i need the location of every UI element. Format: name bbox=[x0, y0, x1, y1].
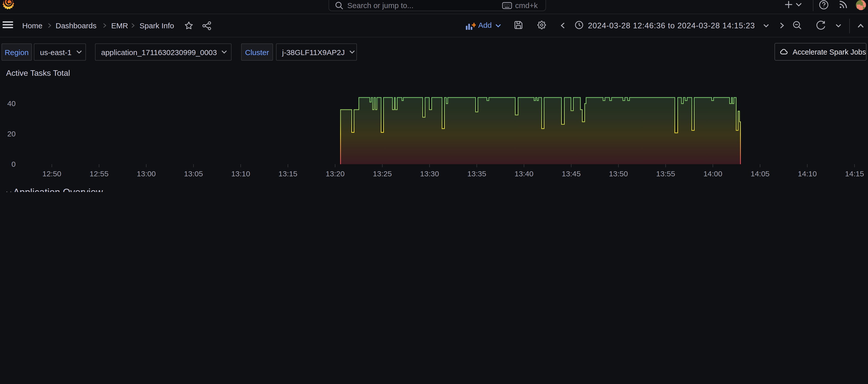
svg-text:40: 40 bbox=[7, 99, 16, 108]
svg-text:13:00: 13:00 bbox=[137, 169, 156, 178]
svg-text:14:10: 14:10 bbox=[798, 169, 817, 178]
svg-text:13:15: 13:15 bbox=[278, 169, 297, 178]
svg-text:20: 20 bbox=[7, 130, 16, 138]
svg-text:12:55: 12:55 bbox=[90, 169, 108, 178]
svg-text:14:15: 14:15 bbox=[845, 169, 864, 178]
svg-text:13:45: 13:45 bbox=[562, 169, 581, 178]
svg-text:13:35: 13:35 bbox=[467, 169, 486, 178]
svg-text:13:40: 13:40 bbox=[515, 169, 533, 178]
svg-text:13:30: 13:30 bbox=[420, 169, 439, 178]
svg-text:12:50: 12:50 bbox=[42, 169, 61, 178]
svg-text:13:25: 13:25 bbox=[373, 169, 392, 178]
svg-text:13:05: 13:05 bbox=[184, 169, 203, 178]
svg-text:14:00: 14:00 bbox=[704, 169, 722, 178]
svg-text:13:10: 13:10 bbox=[231, 169, 250, 178]
svg-text:0: 0 bbox=[11, 160, 16, 168]
svg-text:13:20: 13:20 bbox=[326, 169, 344, 178]
svg-text:13:50: 13:50 bbox=[609, 169, 628, 178]
svg-text:13:55: 13:55 bbox=[656, 169, 675, 178]
svg-text:14:05: 14:05 bbox=[750, 169, 769, 178]
